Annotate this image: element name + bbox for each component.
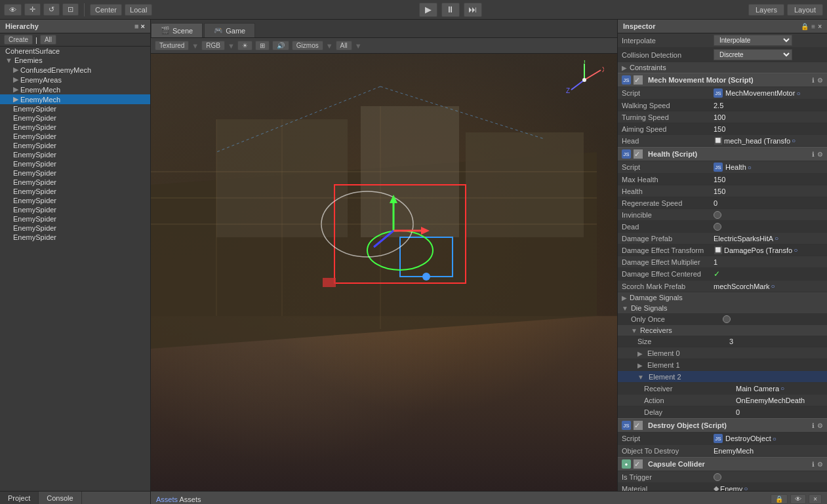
mech-component-header[interactable]: JS ✓ Mech Movement Motor (Script) ℹ ⚙	[618, 73, 827, 87]
eye-button[interactable]: 👁	[4, 4, 22, 16]
hierarchy-spider-7[interactable]: EnemySpider	[0, 159, 150, 168]
interpolate-dropdown[interactable]: Interpolate	[714, 35, 792, 46]
head-link[interactable]: ○	[792, 137, 796, 144]
mech-script-link[interactable]: ○	[796, 90, 800, 97]
trigger-row: Is Trigger	[618, 471, 827, 483]
trigger-toggle[interactable]	[714, 473, 721, 481]
collision-value: Discrete	[714, 49, 823, 60]
material-link[interactable]: ○	[744, 485, 748, 491]
hierarchy-enemy-areas[interactable]: ▶ EnemyAreas	[0, 75, 150, 85]
sound-button[interactable]: 🔊	[272, 41, 289, 50]
health-settings-icon[interactable]: ⚙	[817, 151, 823, 158]
hierarchy-spider-13[interactable]: EnemySpider	[0, 214, 150, 223]
hierarchy-spider-8[interactable]: EnemySpider	[0, 168, 150, 178]
step-button[interactable]: ⏭	[464, 3, 482, 17]
inspector-menu-icon[interactable]: ≡	[811, 23, 815, 30]
capsule-enabled-checkbox[interactable]: ✓	[634, 459, 643, 469]
game-tab[interactable]: 🎮 Game	[204, 23, 255, 37]
hierarchy-spider-10[interactable]: EnemySpider	[0, 187, 150, 196]
destroy-component-header[interactable]: JS ✓ Destroy Object (Script) ℹ ⚙	[618, 418, 827, 433]
damage-prefab-link[interactable]: ○	[775, 235, 778, 242]
destroy-settings-icon[interactable]: ⚙	[817, 422, 823, 429]
destroy-enabled-checkbox[interactable]: ✓	[634, 421, 643, 430]
play-button[interactable]: ▶	[419, 3, 437, 17]
frame-button[interactable]: ⊡	[62, 3, 79, 16]
destroy-info-icon[interactable]: ℹ	[812, 422, 815, 429]
hierarchy-spider-5[interactable]: EnemySpider	[0, 141, 150, 150]
mech-script-label: Script	[622, 89, 714, 97]
hierarchy-enemy-mech-1[interactable]: ▶ EnemyMech	[0, 85, 150, 94]
hierarchy-title: Hierarchy	[5, 22, 39, 30]
gizmos-button[interactable]: Gizmos	[292, 41, 323, 50]
inspector-close-icon[interactable]: ×	[818, 23, 822, 30]
mech-enabled-checkbox[interactable]: ✓	[634, 75, 643, 85]
hierarchy-spider-4[interactable]: EnemySpider	[0, 132, 150, 141]
collision-dropdown[interactable]: Discrete	[714, 49, 792, 60]
spider12-label: EnemySpider	[13, 206, 56, 214]
hierarchy-spider-15[interactable]: EnemySpider	[0, 233, 150, 242]
receivers-section[interactable]: ▼ Receivers	[618, 325, 827, 336]
refresh-button[interactable]: ↺	[43, 3, 60, 16]
asset-close-button[interactable]: ×	[809, 494, 822, 504]
sun-button[interactable]: ☀	[237, 41, 252, 50]
hierarchy-all-button[interactable]: All	[40, 35, 56, 45]
img-button[interactable]: ⊞	[255, 41, 270, 50]
receiver-link[interactable]: ○	[780, 385, 784, 392]
only-once-toggle[interactable]	[723, 315, 731, 323]
console-tab[interactable]: Console	[39, 492, 81, 504]
textured-button[interactable]: Textured	[155, 41, 189, 50]
center-button[interactable]: Center	[90, 4, 122, 16]
hierarchy-create-button[interactable]: Create	[4, 35, 33, 45]
hierarchy-confused-enemy[interactable]: ▶ ConfusedEnemyMech	[0, 65, 150, 75]
scorch-prefab-link[interactable]: ○	[771, 282, 775, 290]
health-script-link[interactable]: ○	[748, 164, 752, 171]
layers-dropdown[interactable]: Layers	[748, 4, 784, 16]
local-button[interactable]: Local	[125, 4, 152, 16]
dead-toggle[interactable]	[714, 223, 721, 231]
layout-dropdown[interactable]: Layout	[787, 4, 823, 16]
hierarchy-spider-12[interactable]: EnemySpider	[0, 205, 150, 214]
element2-row[interactable]: ▼ Element 2	[618, 371, 827, 383]
capsule-settings-icon[interactable]: ⚙	[817, 461, 823, 468]
mech-settings-icon[interactable]: ⚙	[817, 77, 823, 84]
inspector-lock-icon[interactable]: 🔒	[801, 23, 809, 30]
invincible-toggle[interactable]	[714, 211, 721, 219]
capsule-info-icon[interactable]: ℹ	[812, 461, 815, 468]
scene-tab[interactable]: 🎬 Scene	[151, 23, 203, 37]
die-signals-section[interactable]: ▼ Die Signals	[618, 303, 827, 313]
mech-info-icon[interactable]: ℹ	[812, 77, 815, 84]
mech2-label: EnemyMech	[20, 96, 60, 104]
pause-button[interactable]: ⏸	[441, 3, 460, 17]
rgb-button[interactable]: RGB	[201, 41, 225, 50]
health-enabled-checkbox[interactable]: ✓	[634, 149, 643, 159]
hierarchy-enemies[interactable]: ▼ Enemies	[0, 56, 150, 65]
asset-eye-button[interactable]: 👁	[790, 494, 806, 504]
hierarchy-spider-2[interactable]: EnemySpider	[0, 113, 150, 123]
hierarchy-spider-14[interactable]: EnemySpider	[0, 223, 150, 233]
regen-speed-row: Regenerate Speed 0	[618, 197, 827, 209]
capsule-component-header[interactable]: ● ✓ Capsule Collider ℹ ⚙	[618, 457, 827, 471]
asset-lock-button[interactable]: 🔒	[771, 494, 788, 504]
hierarchy-spider-3[interactable]: EnemySpider	[0, 123, 150, 132]
hierarchy-spider-11[interactable]: EnemySpider	[0, 196, 150, 205]
element1-row[interactable]: ▶ Element 1	[618, 359, 827, 371]
hierarchy-spider-6[interactable]: EnemySpider	[0, 150, 150, 159]
move-button[interactable]: ✛	[24, 3, 41, 16]
hierarchy-spider-9[interactable]: EnemySpider	[0, 178, 150, 187]
mech-script-value: JS MechMovementMotor ○	[714, 88, 823, 98]
hierarchy-enemy-mech-2[interactable]: ▶ EnemyMech	[0, 94, 150, 104]
constraints-section[interactable]: ▶ Constraints	[618, 62, 827, 73]
hierarchy-coherent-surface[interactable]: CoherentSurface	[0, 47, 150, 56]
damage-signals-section[interactable]: ▶ Damage Signals	[618, 292, 827, 303]
scene-all-button[interactable]: All	[336, 41, 352, 50]
health-info-icon[interactable]: ℹ	[812, 151, 815, 158]
hierarchy-separator: |	[35, 36, 37, 44]
element0-row[interactable]: ▶ Element 0	[618, 347, 827, 359]
scene-view[interactable]: X Y Z	[151, 54, 617, 491]
destroy-script-link[interactable]: ○	[773, 435, 777, 442]
health-component-header[interactable]: JS ✓ Health (Script) ℹ ⚙	[618, 147, 827, 161]
det-link[interactable]: ○	[794, 246, 797, 254]
hierarchy-spider-1[interactable]: EnemySpider	[0, 104, 150, 113]
project-tab[interactable]: Project	[0, 492, 39, 504]
assets-breadcrumb-text: Assets	[156, 495, 178, 503]
